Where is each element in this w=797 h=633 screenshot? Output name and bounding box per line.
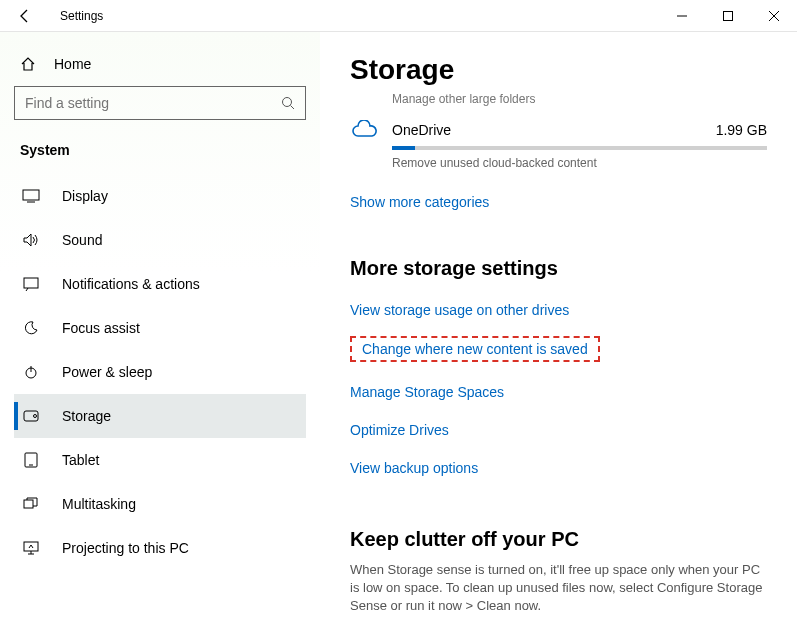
sidebar-item-multitasking[interactable]: Multitasking [14,482,306,526]
app-title: Settings [50,9,103,23]
minimize-button[interactable] [659,0,705,32]
minimize-icon [677,11,687,21]
svg-point-2 [283,98,292,107]
nav-label: Notifications & actions [62,276,200,292]
maximize-button[interactable] [705,0,751,32]
notifications-icon [22,277,40,291]
main-content: Storage Manage other large folders OneDr… [320,32,797,633]
sidebar-item-projecting[interactable]: Projecting to this PC [14,526,306,570]
clutter-text: When Storage sense is turned on, it'll f… [350,561,767,616]
more-settings-links: View storage usage on other drives Chang… [350,302,767,476]
home-nav[interactable]: Home [14,50,306,86]
page-title: Storage [350,54,767,86]
nav-list: Display Sound Notifications & actions Fo… [14,174,306,570]
sidebar-item-storage[interactable]: Storage [14,394,306,438]
clutter-title: Keep clutter off your PC [350,528,767,551]
cloud-icon [350,120,392,140]
storage-item-onedrive[interactable]: OneDrive 1.99 GB Remove unused cloud-bac… [350,120,767,170]
nav-label: Storage [62,408,111,424]
power-icon [22,365,40,379]
storage-name: OneDrive [392,122,716,138]
link-optimize-drives[interactable]: Optimize Drives [350,422,767,438]
moon-icon [22,321,40,335]
home-icon [20,56,36,72]
close-button[interactable] [751,0,797,32]
storage-icon [22,410,40,422]
projecting-icon [22,541,40,555]
nav-label: Display [62,188,108,204]
search-input[interactable] [25,95,281,111]
sidebar: Home System Display Sound Notifications … [0,32,320,633]
category-label: System [14,138,306,174]
svg-line-3 [291,106,295,110]
sidebar-item-focus-assist[interactable]: Focus assist [14,306,306,350]
multitasking-icon [22,497,40,511]
nav-label: Multitasking [62,496,136,512]
link-view-usage[interactable]: View storage usage on other drives [350,302,767,318]
search-icon [281,96,295,110]
sidebar-item-power[interactable]: Power & sleep [14,350,306,394]
sound-icon [22,233,40,247]
window-controls [659,0,797,32]
storage-progress [392,146,767,150]
tablet-icon [22,452,40,468]
arrow-left-icon [17,8,33,24]
svg-rect-1 [724,11,733,20]
display-icon [22,189,40,203]
sidebar-item-tablet[interactable]: Tablet [14,438,306,482]
titlebar: Settings [0,0,797,32]
sidebar-item-notifications[interactable]: Notifications & actions [14,262,306,306]
link-change-save-location[interactable]: Change where new content is saved [350,336,600,362]
more-settings-title: More storage settings [350,257,767,280]
nav-label: Power & sleep [62,364,152,380]
search-box[interactable] [14,86,306,120]
back-button[interactable] [0,0,50,32]
svg-rect-4 [23,190,39,200]
residual-hint: Manage other large folders [392,92,767,106]
svg-point-10 [34,415,37,418]
sidebar-item-sound[interactable]: Sound [14,218,306,262]
svg-rect-13 [24,500,33,508]
svg-rect-14 [24,542,38,551]
sidebar-item-display[interactable]: Display [14,174,306,218]
storage-sub: Remove unused cloud-backed content [392,156,767,170]
maximize-icon [723,11,733,21]
svg-rect-6 [24,278,38,288]
home-label: Home [54,56,91,72]
nav-label: Projecting to this PC [62,540,189,556]
storage-progress-fill [392,146,415,150]
nav-label: Focus assist [62,320,140,336]
svg-rect-9 [24,411,38,421]
nav-label: Tablet [62,452,99,468]
storage-size: 1.99 GB [716,122,767,138]
link-storage-spaces[interactable]: Manage Storage Spaces [350,384,767,400]
close-icon [769,11,779,21]
show-more-categories-link[interactable]: Show more categories [350,194,489,210]
link-backup-options[interactable]: View backup options [350,460,767,476]
nav-label: Sound [62,232,102,248]
